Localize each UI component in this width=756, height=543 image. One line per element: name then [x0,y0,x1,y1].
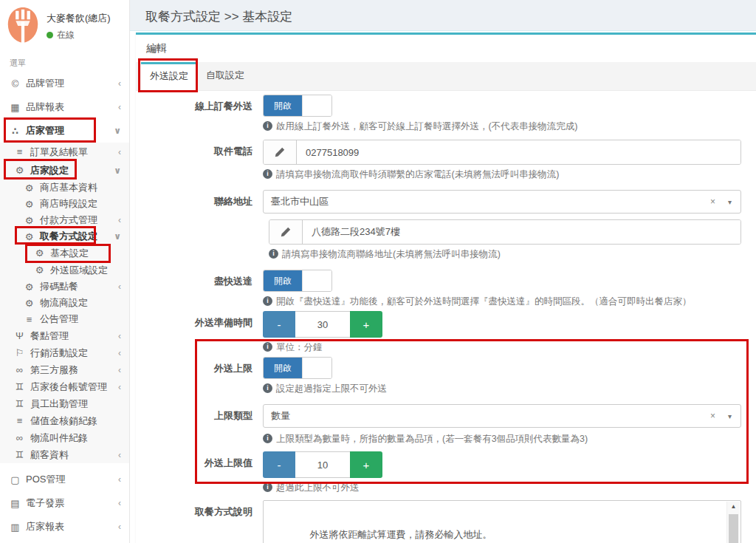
caret-down-icon[interactable]: ▾ [728,198,732,206]
sidebar-item-attendance[interactable]: ♊員工出勤管理 [0,395,129,412]
form-row-limit-value: 外送上限值 - 10 + 超過此上限不可外送 [147,451,741,494]
clear-icon[interactable]: × [710,197,715,207]
delivery-settings-form: 線上訂餐外送 開啟 啟用線上訂餐外送，顧客可於線上訂餐時選擇外送，(不代表串接物… [136,91,756,543]
store-mgmt-submenu: ≡訂單及結帳單‹ ⚙店家設定∨ ⚙商店基本資料 ⚙商店時段設定 ⚙付款方式管理‹… [0,143,129,463]
field-label: 取餐方式說明 [147,500,263,543]
sidebar-item-backend-accounts[interactable]: ♊店家後台帳號管理‹ [0,378,129,395]
sidebar-item-basic-settings[interactable]: ⚙基本設定 [0,245,129,262]
minus-button[interactable]: - [263,311,295,338]
plus-button[interactable]: + [350,451,382,478]
sidebar-item-third-party[interactable]: ∞第三方服務‹ [0,361,129,378]
info-icon [263,169,272,179]
sidebar-item-pickup-method-settings[interactable]: ⚙取餐方式設定∨ [0,228,129,245]
sidebar-item-store-hours[interactable]: ⚙商店時段設定 [0,196,129,212]
sidebar-item-logistics-provider[interactable]: ⚙物流商設定 [0,295,129,311]
sidebar-item-e-invoice[interactable]: ▤電子發票‹ [0,491,129,515]
minus-button[interactable]: - [263,451,295,478]
info-icon [263,342,272,352]
sidebar-item-label: 取餐方式設定 [40,230,97,243]
chevron-left-icon: ‹ [118,215,121,225]
sidebar-item-marketing[interactable]: ⚐行銷活動設定‹ [0,344,129,361]
gear-icon: ⚙ [23,199,35,210]
monitor-icon: ▢ [9,474,21,485]
sidebar-item-label: 掃碼點餐 [40,280,78,293]
scrollbar-thumb[interactable] [729,514,738,543]
method-description-textarea[interactable]: 外送將依距離試算運費，請務必輸入地址。 註：遠距離或外縣市、請來電洽詢外送運費 … [263,500,741,543]
form-row-online-delivery: 線上訂餐外送 開啟 啟用線上訂餐外送，顧客可於線上訂餐時選擇外送，(不代表串接物… [147,95,741,133]
chevron-left-icon: ‹ [118,102,121,112]
sidebar-item-label: 店家後台帳號管理 [30,380,107,394]
online-delivery-toggle[interactable]: 開啟 [263,95,332,117]
delivery-limit-toggle[interactable]: 開啟 [263,357,332,379]
page-header: 取餐方式設定 >> 基本設定 [130,0,756,31]
limit-type-select-value: 數量 [271,409,290,423]
sidebar-item-label: 外送區域設定 [50,264,108,277]
app-window: 大麥餐飲(總店) 在線 選單 ©品牌管理‹ ▦品牌報表‹ ∴店家管理∨ ≡訂單及… [0,0,756,543]
caret-down-icon[interactable]: ▾ [728,412,732,420]
sidebar-item-store-reports[interactable]: ▥店家報表‹ [0,515,129,539]
prep-time-value[interactable]: 30 [295,311,350,338]
sidebar-item-logistics-records[interactable]: ∞物流叫件紀錄 [0,429,129,446]
sidebar-item-payment-methods[interactable]: ⚙付款方式管理‹ [0,212,129,228]
street-address-input[interactable] [303,220,740,244]
bar-chart-icon: ▥ [9,522,21,533]
online-status-icon [47,32,53,38]
sidebar-item-qr-ordering[interactable]: ⚙掃碼點餐‹ [0,279,129,295]
gear-icon: ⚙ [23,182,35,194]
method-description-text: 外送將依距離試算運費，請務必輸入地址。 註：遠距離或外縣市、請來電洽詢外送運費 … [272,529,492,543]
form-row-contact-address: 聯絡地址 臺北市中山區 × ▾ 請填寫串接物流商聯絡地址(未填將無法呼叫串接物流… [147,190,741,261]
textarea-scrollbar[interactable]: ▲ ▼ [726,502,740,543]
pencil-icon [264,140,297,164]
tab-delivery-settings[interactable]: 外送設定 [141,62,197,90]
sidebar-item-delivery-area-settings[interactable]: ⚙外送區域設定 [0,262,129,279]
plus-button[interactable]: + [350,311,382,338]
asap-delivery-toggle[interactable]: 開啟 [263,270,332,292]
sidebar-item-menu-mgmt[interactable]: Ψ餐點管理‹ [0,327,129,344]
users-icon: ♊ [13,398,26,409]
sidebar-item-label: 餐點管理 [30,329,69,343]
sitemap-icon: ∴ [9,126,21,137]
help-text: 設定超過指定上限不可外送 [276,382,387,395]
field-label: 聯絡地址 [147,190,263,261]
clear-icon[interactable]: × [710,411,715,421]
gear-icon: ⚙ [23,215,35,226]
limit-value[interactable]: 10 [295,451,350,478]
sidebar-item-label: 基本設定 [50,247,89,260]
sidebar-item-orders[interactable]: ≡訂單及結帳單‹ [0,143,129,161]
gear-icon: ⚙ [23,231,35,242]
gear-icon: ⚙ [23,298,35,309]
sidebar-item-label: 店家設定 [30,164,69,177]
sidebar-item-store-mgmt[interactable]: ∴店家管理∨ [0,119,129,143]
chevron-left-icon: ‹ [118,382,121,392]
chevron-left-icon: ‹ [118,281,121,292]
limit-type-select[interactable]: 數量 × ▾ [263,404,741,428]
toggle-knob [302,95,331,116]
chevron-left-icon: ‹ [118,498,121,508]
tab-pickup-settings[interactable]: 自取設定 [197,62,253,90]
scroll-up-icon[interactable]: ▲ [727,504,740,510]
sidebar-item-label: 商店時段設定 [40,197,97,211]
district-select[interactable]: 臺北市中山區 × ▾ [263,190,741,214]
toggle-on-label: 開啟 [264,270,302,291]
field-label: 外送上限 [147,357,263,395]
menu-section-label: 選單 [0,49,129,72]
sidebar-item-pos-mgmt[interactable]: ▢POS管理‹ [0,468,129,491]
users-icon: ♊ [13,381,26,392]
list-icon: ≡ [23,314,35,325]
pickup-phone-input[interactable] [297,140,740,164]
sidebar-item-announcements[interactable]: ≡公告管理 [0,311,129,327]
sidebar-item-customer-data[interactable]: ♊顧客資料‹ [0,446,129,463]
sidebar-item-brand-reports[interactable]: ▦品牌報表‹ [0,95,129,119]
chevron-left-icon: ‹ [118,78,121,89]
sidebar-item-store-settings[interactable]: ⚙店家設定∨ [0,161,129,180]
sidebar-item-stored-value-records[interactable]: ≡儲值金核銷紀錄 [0,412,129,429]
car-icon: ∞ [13,432,26,443]
field-label: 外送上限值 [147,451,263,494]
sidebar-item-store-basic-info[interactable]: ⚙商店基本資料 [0,180,129,196]
chevron-down-icon: ∨ [114,231,121,242]
sidebar-item-label: 品牌報表 [26,100,64,114]
toggle-on-label: 開啟 [264,95,302,116]
sidebar-item-brand-mgmt[interactable]: ©品牌管理‹ [0,72,129,95]
pencil-icon [269,220,303,244]
main-content: 取餐方式設定 >> 基本設定 編輯 外送設定 自取設定 線上訂餐外送 開啟 [130,0,756,543]
